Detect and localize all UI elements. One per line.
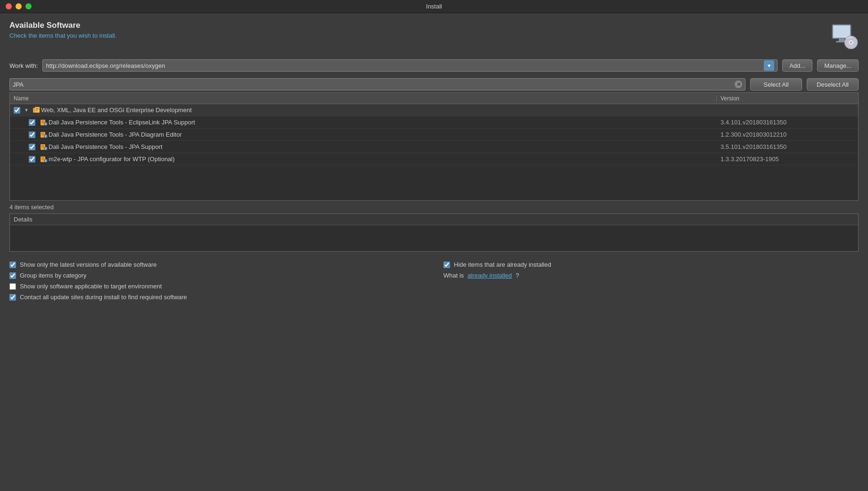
svg-rect-9	[36, 108, 39, 109]
url-text: http://download.eclipse.org/releases/oxy…	[46, 62, 764, 69]
close-button[interactable]	[6, 3, 12, 9]
table-row: J Dali Java Persistence Tools - JPA Supp…	[10, 141, 858, 153]
page-title: Available Software	[9, 21, 117, 30]
svg-rect-24	[41, 147, 44, 147]
dropdown-arrow-icon[interactable]: ▼	[764, 60, 774, 71]
select-all-button[interactable]: Select All	[750, 78, 802, 90]
svg-rect-14	[41, 122, 44, 123]
svg-rect-19	[41, 134, 44, 135]
header-subtitle: Check the items that you wish to install…	[9, 32, 117, 39]
show-applicable-checkbox[interactable]	[9, 283, 16, 290]
contact-sites-checkbox[interactable]	[9, 294, 16, 301]
table-row: J Dali Java Persistence Tools - EclipseL…	[10, 116, 858, 129]
plugin-icon: J	[39, 143, 49, 151]
main-content: Available Software Check the items that …	[0, 13, 868, 491]
deselect-all-button[interactable]: Deselect All	[807, 78, 859, 90]
status-text: 4 items selected	[9, 204, 54, 211]
svg-text:J: J	[45, 159, 47, 162]
contact-sites-label: Contact all update sites during install …	[20, 294, 187, 301]
show-latest-checkbox[interactable]	[9, 262, 16, 268]
hide-installed-checkbox[interactable]	[443, 262, 450, 268]
search-input[interactable]	[13, 81, 735, 88]
plugin-icon: J	[39, 131, 49, 139]
options-right: Hide items that are already installed Wh…	[425, 261, 859, 301]
row-checkbox-wrap[interactable]	[25, 119, 39, 126]
header-section: Available Software Check the items that …	[0, 13, 868, 57]
item-name: Dali Java Persistence Tools - EclipseLin…	[49, 119, 717, 126]
svg-text:J: J	[45, 135, 47, 138]
url-dropdown[interactable]: http://download.eclipse.org/releases/oxy…	[42, 59, 778, 72]
question-mark: ?	[516, 272, 519, 279]
maximize-button[interactable]	[25, 3, 32, 9]
row-checkbox-wrap[interactable]	[25, 144, 39, 150]
category-name: Web, XML, Java EE and OSGi Enterprise De…	[41, 106, 717, 114]
table-header: Name Version	[10, 93, 858, 104]
add-button[interactable]: Add...	[782, 59, 812, 72]
install-icon	[828, 21, 859, 51]
category-checkbox[interactable]	[14, 107, 20, 114]
item-checkbox[interactable]	[29, 131, 35, 138]
group-category-label: Group items by category	[20, 272, 87, 279]
show-applicable-label: Show only software applicable to target …	[20, 283, 162, 290]
option-row: Show only software applicable to target …	[9, 283, 425, 290]
table-row: ▼ Web, XML, Java EE and OSGi Enterprise …	[10, 104, 858, 116]
option-row: Contact all update sites during install …	[9, 294, 425, 301]
row-checkbox-wrap[interactable]	[25, 131, 39, 138]
option-row: Show only the latest versions of availab…	[9, 261, 425, 268]
item-version: 3.4.101.v201803161350	[717, 119, 858, 126]
item-name: m2e-wtp - JPA configurator for WTP (Opti…	[49, 155, 717, 163]
column-name: Name	[10, 95, 717, 102]
window-title: Install	[426, 3, 442, 10]
what-is-text: What is	[443, 272, 464, 279]
svg-rect-13	[41, 121, 44, 122]
header-icon	[828, 21, 859, 51]
clear-search-button[interactable]: ✕	[735, 81, 742, 88]
options-left: Show only the latest versions of availab…	[9, 261, 425, 301]
svg-text:J: J	[45, 123, 47, 125]
item-version: 1.2.300.v201803012210	[717, 131, 858, 138]
svg-rect-28	[41, 157, 44, 158]
status-bar: 4 items selected	[0, 201, 868, 213]
plugin-icon: J	[39, 119, 49, 126]
expand-icon[interactable]: ▼	[24, 107, 32, 113]
item-checkbox[interactable]	[29, 156, 35, 163]
window-controls	[6, 3, 32, 9]
group-category-checkbox[interactable]	[9, 272, 16, 279]
header-left: Available Software Check the items that …	[9, 21, 117, 39]
already-installed-link[interactable]: already installed	[467, 272, 512, 279]
svg-rect-29	[41, 159, 44, 160]
row-checkbox-wrap[interactable]	[10, 107, 24, 114]
titlebar: Install	[0, 0, 868, 13]
column-version: Version	[717, 95, 858, 102]
table-row: J Dali Java Persistence Tools - JPA Diag…	[10, 129, 858, 141]
svg-rect-1	[833, 25, 850, 38]
plugin-icon: J	[39, 155, 49, 163]
category-icon	[32, 106, 41, 114]
item-version: 1.3.3.20170823-1905	[717, 155, 858, 163]
svg-rect-2	[839, 39, 844, 41]
row-checkbox-wrap[interactable]	[25, 156, 39, 163]
item-name: Dali Java Persistence Tools - JPA Diagra…	[49, 131, 717, 138]
work-with-label: Work with:	[9, 62, 38, 69]
svg-rect-23	[41, 145, 44, 146]
hide-installed-label: Hide items that are already installed	[454, 261, 551, 268]
manage-button[interactable]: Manage...	[817, 59, 859, 72]
item-checkbox[interactable]	[29, 119, 35, 126]
option-row: Group items by category	[9, 272, 425, 279]
software-table: Name Version ▼	[9, 92, 859, 201]
work-with-row: Work with: http://download.eclipse.org/r…	[0, 57, 868, 76]
minimize-button[interactable]	[16, 3, 22, 9]
svg-rect-18	[41, 133, 44, 134]
details-body	[10, 225, 858, 251]
table-body: ▼ Web, XML, Java EE and OSGi Enterprise …	[10, 104, 858, 201]
option-row: Hide items that are already installed	[443, 261, 551, 268]
details-section: Details	[9, 213, 859, 252]
search-row: ✕ Select All Deselect All	[0, 76, 868, 92]
item-version: 3.5.101.v201803161350	[717, 143, 858, 150]
search-input-wrap: ✕	[9, 78, 745, 90]
item-checkbox[interactable]	[29, 144, 35, 150]
svg-rect-11	[36, 110, 38, 111]
what-is-installed-row: What is already installed ?	[443, 272, 519, 279]
item-name: Dali Java Persistence Tools - JPA Suppor…	[49, 143, 717, 150]
svg-text:J: J	[45, 147, 47, 150]
